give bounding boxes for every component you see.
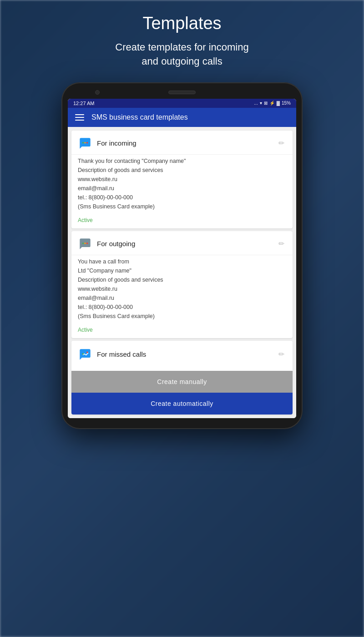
- outgoing-card-header: For outgoing ✏: [71, 231, 293, 255]
- app-bar-title: SMS business card templates: [91, 113, 188, 121]
- missed-card-title: For missed calls: [97, 350, 146, 358]
- outgoing-card: For outgoing ✏ You have a call from Ltd …: [71, 231, 293, 338]
- status-bar: 12:27 AM ... ▾ ⊠ ⚡ ▓ 15%: [68, 99, 296, 108]
- status-time: 12:27 AM: [73, 101, 94, 106]
- hamburger-line-3: [75, 120, 84, 121]
- incoming-header-left: For incoming: [78, 136, 136, 151]
- page-title: Templates: [142, 14, 221, 33]
- missed-icon: [78, 347, 92, 362]
- svg-point-3: [82, 243, 84, 244]
- phone-screen: 12:27 AM ... ▾ ⊠ ⚡ ▓ 15% SMS business ca…: [68, 99, 296, 418]
- svg-point-5: [86, 243, 88, 244]
- screen-content: For incoming ✏ Thank you for contacting …: [68, 127, 296, 418]
- svg-point-0: [82, 142, 84, 144]
- outgoing-card-title: For outgoing: [97, 240, 135, 248]
- outgoing-card-text: You have a call from Ltd "Company name" …: [78, 257, 286, 321]
- status-icons: ... ▾ ⊠ ⚡ ▓ 15%: [254, 101, 291, 106]
- svg-point-4: [84, 243, 86, 244]
- missed-header-left: For missed calls: [78, 347, 146, 362]
- incoming-card-body: Thank you for contacting "Company name" …: [71, 154, 293, 214]
- battery-icon: ▓: [277, 101, 280, 106]
- create-automatically-button[interactable]: Create automatically: [71, 393, 293, 415]
- page-subtitle: Create templates for incomingand outgoin…: [115, 40, 248, 69]
- incoming-card-status: Active: [71, 214, 293, 228]
- phone-frame: 12:27 AM ... ▾ ⊠ ⚡ ▓ 15% SMS business ca…: [61, 82, 303, 429]
- incoming-card-text: Thank you for contacting "Company name" …: [78, 157, 286, 211]
- wifi-icon: ▾: [260, 101, 262, 106]
- missed-edit-button[interactable]: ✏: [277, 348, 286, 360]
- phone-top-bar: [68, 91, 296, 94]
- outgoing-header-left: For outgoing: [78, 237, 135, 251]
- hamburger-menu[interactable]: [75, 114, 84, 121]
- outgoing-status-badge: Active: [78, 327, 93, 333]
- incoming-icon: [78, 136, 92, 151]
- app-bar: SMS business card templates: [68, 108, 296, 127]
- lightning-icon: ⚡: [269, 101, 275, 106]
- phone-camera: [95, 90, 100, 95]
- incoming-status-badge: Active: [78, 217, 93, 223]
- missed-card-header: For missed calls ✏: [71, 341, 293, 368]
- missed-calls-card: For missed calls ✏ Create manually Creat…: [71, 341, 293, 415]
- incoming-card-title: For incoming: [97, 139, 136, 147]
- status-dots: ...: [254, 101, 258, 106]
- signal-icon: ⊠: [264, 101, 268, 106]
- svg-point-1: [84, 142, 86, 144]
- missed-card-buttons: Create manually Create automatically: [71, 371, 293, 415]
- hamburger-line-1: [75, 114, 84, 115]
- battery-percent: 15%: [282, 101, 291, 106]
- outgoing-card-status: Active: [71, 324, 293, 338]
- incoming-card-header: For incoming ✏: [71, 131, 293, 154]
- create-manually-button[interactable]: Create manually: [71, 371, 293, 393]
- phone-speaker: [168, 91, 196, 94]
- incoming-card: For incoming ✏ Thank you for contacting …: [71, 131, 293, 228]
- svg-point-7: [86, 351, 88, 353]
- svg-point-6: [82, 353, 84, 355]
- incoming-edit-button[interactable]: ✏: [277, 137, 286, 149]
- page-content: Templates Create templates for incominga…: [0, 0, 364, 637]
- svg-point-2: [86, 142, 88, 144]
- outgoing-icon: [78, 237, 92, 251]
- hamburger-line-2: [75, 117, 84, 118]
- outgoing-edit-button[interactable]: ✏: [277, 238, 286, 250]
- outgoing-card-body: You have a call from Ltd "Company name" …: [71, 255, 293, 324]
